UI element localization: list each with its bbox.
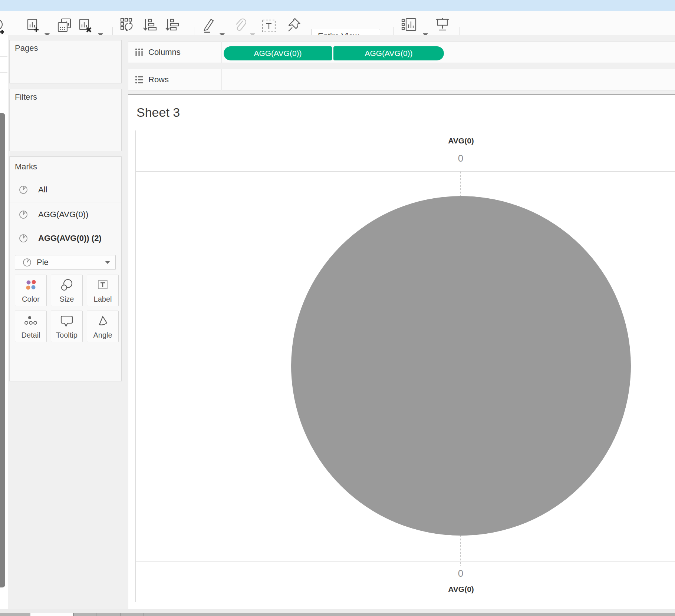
marks-row-label: AGG(AVG(0)) bbox=[38, 210, 88, 219]
text-label-icon bbox=[95, 275, 110, 295]
top-axis-tick: 0 bbox=[438, 153, 483, 164]
color-button[interactable]: Color bbox=[15, 275, 47, 306]
angle-button[interactable]: Angle bbox=[87, 311, 119, 342]
size-button[interactable]: Size bbox=[51, 275, 83, 306]
tab-separator bbox=[96, 613, 96, 616]
tab-separator bbox=[120, 613, 121, 616]
pill-agg-avg-0-second[interactable]: AGG(AVG(0)) bbox=[333, 46, 444, 60]
marks-card: Marks All AGG(AVG(0)) AGG(AVG(0)) (2) bbox=[9, 156, 122, 381]
columns-icon bbox=[134, 47, 144, 57]
columns-shelf-label-box[interactable]: Columns bbox=[128, 42, 221, 63]
rows-shelf-area[interactable] bbox=[222, 69, 675, 90]
rows-shelf-label: Rows bbox=[148, 75, 169, 85]
mark-type-caret-icon[interactable] bbox=[105, 261, 110, 264]
pages-shelf-label: Pages bbox=[15, 43, 121, 53]
rows-icon bbox=[134, 75, 144, 85]
duplicate-sheet-icon[interactable] bbox=[56, 18, 73, 33]
clear-sheet-icon[interactable] bbox=[78, 18, 93, 33]
rows-shelf-label-box[interactable]: Rows bbox=[128, 69, 221, 90]
swap-rows-columns-icon[interactable] bbox=[119, 17, 136, 33]
sheet-title[interactable]: Sheet 3 bbox=[136, 105, 180, 120]
angle-button-label: Angle bbox=[93, 331, 112, 340]
tableau-window: Entire View bbox=[0, 0, 675, 616]
marks-card-row-all[interactable]: All bbox=[10, 177, 121, 202]
marks-card-row-agg2[interactable]: AGG(AVG(0)) (2) bbox=[10, 227, 121, 250]
new-worksheet-icon[interactable] bbox=[26, 18, 40, 33]
worksheet-canvas: Sheet 3 AVG(0) 0 0 AVG(0) bbox=[128, 94, 675, 610]
marks-card-row-agg1[interactable]: AGG(AVG(0)) bbox=[10, 202, 121, 227]
data-pane-scrollbar[interactable] bbox=[0, 113, 5, 587]
detail-button[interactable]: Detail bbox=[15, 311, 47, 342]
tab-separator bbox=[73, 613, 74, 616]
pane-left-border bbox=[135, 130, 136, 602]
pie-mark[interactable] bbox=[291, 196, 631, 536]
detail-dots-icon bbox=[23, 311, 38, 331]
mark-type-dropdown[interactable]: Pie bbox=[15, 255, 116, 270]
separator bbox=[0, 56, 7, 57]
pie-mark-icon bbox=[19, 234, 28, 243]
sort-descending-icon[interactable] bbox=[165, 17, 180, 33]
pie-mark-icon bbox=[23, 258, 32, 267]
color-button-label: Color bbox=[22, 295, 40, 304]
window-titlebar-strip bbox=[0, 0, 675, 11]
pie-mark-icon bbox=[19, 185, 28, 194]
label-button[interactable]: Label bbox=[87, 275, 119, 306]
top-axis-title[interactable]: AVG(0) bbox=[416, 136, 506, 145]
pill-agg-avg-0-first[interactable]: AGG(AVG(0)) bbox=[224, 46, 332, 60]
pages-shelf[interactable]: Pages bbox=[9, 40, 122, 83]
label-button-label: Label bbox=[94, 295, 112, 304]
presentation-mode-icon[interactable] bbox=[434, 17, 451, 33]
pin-icon[interactable] bbox=[286, 17, 302, 34]
marks-row-label: All bbox=[38, 185, 47, 195]
filters-shelf[interactable]: Filters bbox=[9, 89, 122, 151]
pill-label: AGG(AVG(0)) bbox=[254, 49, 302, 58]
tooltip-bubble-icon bbox=[59, 311, 74, 331]
tooltip-button-label: Tooltip bbox=[56, 331, 78, 340]
sheet-tabs-strip[interactable] bbox=[0, 613, 675, 616]
filters-shelf-label: Filters bbox=[15, 92, 121, 102]
marks-row-label: AGG(AVG(0)) (2) bbox=[38, 234, 102, 243]
paperclip-icon[interactable] bbox=[233, 17, 248, 34]
size-circles-icon bbox=[59, 275, 74, 295]
tab-separator bbox=[144, 613, 144, 616]
separator bbox=[0, 72, 7, 73]
marks-card-header: Marks bbox=[10, 157, 121, 177]
pie-mark-icon bbox=[19, 210, 28, 219]
pill-label: AGG(AVG(0)) bbox=[365, 49, 412, 58]
show-me-icon[interactable] bbox=[401, 17, 419, 33]
detail-button-label: Detail bbox=[21, 331, 40, 340]
color-dots-icon bbox=[24, 275, 37, 295]
active-sheet-tab[interactable] bbox=[30, 613, 73, 616]
sort-ascending-icon[interactable] bbox=[142, 17, 158, 33]
mark-type-label: Pie bbox=[37, 258, 105, 267]
columns-shelf-label: Columns bbox=[148, 47, 181, 57]
highlight-pen-icon[interactable] bbox=[201, 17, 216, 34]
add-data-source-icon[interactable] bbox=[0, 18, 13, 34]
tooltip-button[interactable]: Tooltip bbox=[51, 311, 83, 342]
text-annotation-icon[interactable] bbox=[260, 19, 278, 33]
size-button-label: Size bbox=[60, 295, 74, 304]
pane-top-border bbox=[135, 171, 675, 172]
bottom-axis-tick: 0 bbox=[438, 568, 483, 579]
toolbar: Entire View bbox=[0, 11, 675, 36]
angle-slice-icon bbox=[96, 311, 109, 331]
bottom-axis-title[interactable]: AVG(0) bbox=[416, 585, 506, 594]
pane-bottom-border bbox=[135, 562, 675, 562]
